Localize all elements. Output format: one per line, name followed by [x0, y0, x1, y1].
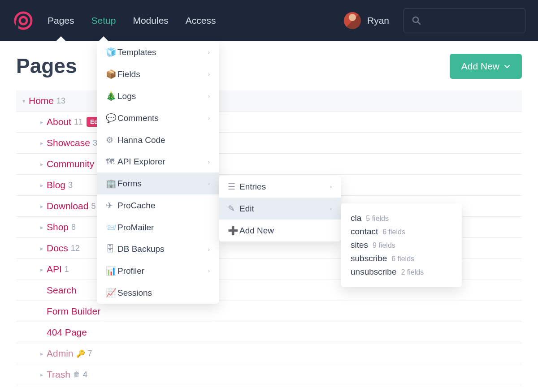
setup-menu-item[interactable]: 🧊Templates› [97, 41, 219, 63]
setup-menu-item[interactable]: 📈Sessions [97, 282, 219, 304]
tree-label[interactable]: Community [47, 159, 94, 169]
caret-right-icon: ▸ [38, 140, 46, 146]
tree-label[interactable]: Showcase [47, 138, 90, 148]
app-logo[interactable] [13, 10, 34, 31]
form-list-item[interactable]: cla5 fields [351, 211, 452, 225]
forms-menu-item[interactable]: ☰Entries› [219, 176, 341, 198]
setup-menu-item[interactable]: ✈ProCache [97, 194, 219, 216]
user-menu[interactable]: Ryan [344, 12, 389, 29]
search-icon [412, 16, 421, 25]
tree-count: 8 [71, 223, 76, 232]
menu-item-label: Edit [239, 204, 330, 214]
menu-item-icon: 💬 [106, 113, 117, 123]
menu-item-icon: 🗺 [106, 157, 117, 167]
tree-row[interactable]: ▸About11Edit [16, 112, 522, 133]
forms-submenu: ☰Entries›✎Edit›➕Add New [219, 176, 341, 241]
chevron-down-icon [504, 63, 510, 69]
form-list-item[interactable]: unsubscribe2 fields [351, 265, 452, 279]
chevron-right-icon: › [208, 159, 210, 165]
tree-label[interactable]: Admin [47, 348, 74, 359]
menu-item-label: Comments [117, 113, 208, 123]
add-new-button[interactable]: Add New [450, 54, 522, 79]
tree-row[interactable]: Form Builder [16, 301, 522, 322]
tree-row[interactable]: ▸Community7 [16, 154, 522, 175]
setup-menu-item[interactable]: 💬Comments› [97, 107, 219, 129]
tree-label[interactable]: About [47, 116, 71, 127]
form-field-count: 9 fields [373, 241, 395, 250]
tree-home[interactable]: ▾ Home 13 [16, 90, 522, 112]
svg-point-1 [20, 17, 27, 24]
chevron-right-icon: › [208, 49, 210, 56]
setup-dropdown: 🧊Templates›📦Fields›🎄Logs›💬Comments›⚙Hann… [97, 41, 219, 304]
caret-right-icon: ▸ [38, 161, 46, 168]
menu-item-icon: 🧊 [106, 47, 117, 57]
forms-menu-item[interactable]: ➕Add New [219, 220, 341, 241]
tree-count: 5 [91, 202, 95, 211]
chevron-right-icon: › [208, 246, 210, 253]
tree-count: 12 [71, 244, 80, 253]
forms-menu-item[interactable]: ✎Edit› [219, 198, 341, 220]
chevron-right-icon: › [208, 180, 210, 187]
form-list-item[interactable]: sites9 fields [351, 238, 452, 252]
tree-count: 13 [56, 96, 65, 106]
setup-menu-item[interactable]: 🎄Logs› [97, 85, 219, 107]
menu-item-label: Forms [117, 179, 208, 189]
chevron-right-icon: › [330, 183, 332, 190]
setup-menu-item[interactable]: 🗺API Explorer› [97, 151, 219, 172]
form-field-count: 6 fields [382, 228, 405, 236]
tree-row[interactable]: 404 Page [16, 322, 522, 343]
nav-modules[interactable]: Modules [133, 1, 168, 40]
tree-row[interactable]: ▸Admin🔑7 [16, 343, 522, 364]
trash-icon: 🗑 [73, 370, 80, 379]
caret-right-icon: ▸ [38, 224, 46, 231]
tree-row[interactable]: ▸Trash🗑4 [16, 364, 522, 385]
menu-item-icon: 🏢 [106, 178, 117, 189]
tree-label[interactable]: Download [47, 201, 88, 211]
search-input[interactable] [425, 16, 517, 26]
menu-item-icon: ✈ [106, 200, 117, 211]
tree-label[interactable]: Form Builder [47, 306, 100, 317]
menu-item-label: Hanna Code [117, 135, 210, 145]
menu-item-label: ProMailer [117, 223, 210, 233]
setup-menu-item[interactable]: 📊Profiler› [97, 260, 219, 282]
tree-label[interactable]: Shop [47, 222, 69, 233]
menu-item-label: Profiler [117, 266, 208, 276]
menu-item-icon: 📈 [106, 288, 117, 298]
menu-item-icon: 📊 [106, 266, 117, 276]
setup-menu-item[interactable]: 🏢Forms› [97, 172, 219, 194]
tree-label[interactable]: Docs [47, 243, 68, 254]
form-list-item[interactable]: contact6 fields [351, 225, 452, 238]
tree-count: 4 [83, 370, 87, 379]
form-name: unsubscribe [351, 267, 396, 277]
tree-label[interactable]: Home [29, 95, 54, 106]
tree-label[interactable]: API [47, 264, 62, 275]
tree-label[interactable]: Trash [47, 369, 70, 380]
form-list-item[interactable]: subscribe6 fields [351, 252, 452, 265]
menu-item-icon: 📨 [106, 222, 117, 233]
menu-item-icon: ✎ [228, 203, 239, 214]
page-title: Pages [16, 54, 522, 78]
caret-right-icon: ▸ [38, 245, 46, 252]
setup-menu-item[interactable]: 📦Fields› [97, 63, 219, 85]
tree-label[interactable]: Search [47, 285, 77, 296]
form-field-count: 5 fields [366, 215, 389, 223]
nav-access[interactable]: Access [186, 1, 216, 40]
caret-down-icon: ▾ [20, 98, 28, 104]
menu-item-icon: ➕ [228, 225, 239, 236]
tree-label[interactable]: Blog [47, 180, 65, 190]
menu-item-label: DB Backups [117, 244, 208, 254]
nav-setup[interactable]: Setup [91, 1, 116, 40]
tree-label[interactable]: 404 Page [47, 327, 87, 338]
search-box[interactable] [404, 8, 525, 33]
menu-item-label: Fields [117, 69, 208, 79]
setup-menu-item[interactable]: 📨ProMailer [97, 216, 219, 238]
tree-row[interactable]: ▸Showcase3 [16, 133, 522, 154]
setup-menu-item[interactable]: 🗄DB Backups› [97, 238, 219, 260]
nav-pages[interactable]: Pages [48, 1, 74, 40]
setup-menu-item[interactable]: ⚙Hanna Code [97, 129, 219, 151]
tree-count: 7 [88, 349, 92, 358]
form-name: subscribe [351, 254, 387, 263]
primary-nav: Pages Setup Modules Access [48, 1, 216, 40]
form-field-count: 6 fields [391, 255, 414, 263]
form-name: cla [351, 213, 361, 223]
